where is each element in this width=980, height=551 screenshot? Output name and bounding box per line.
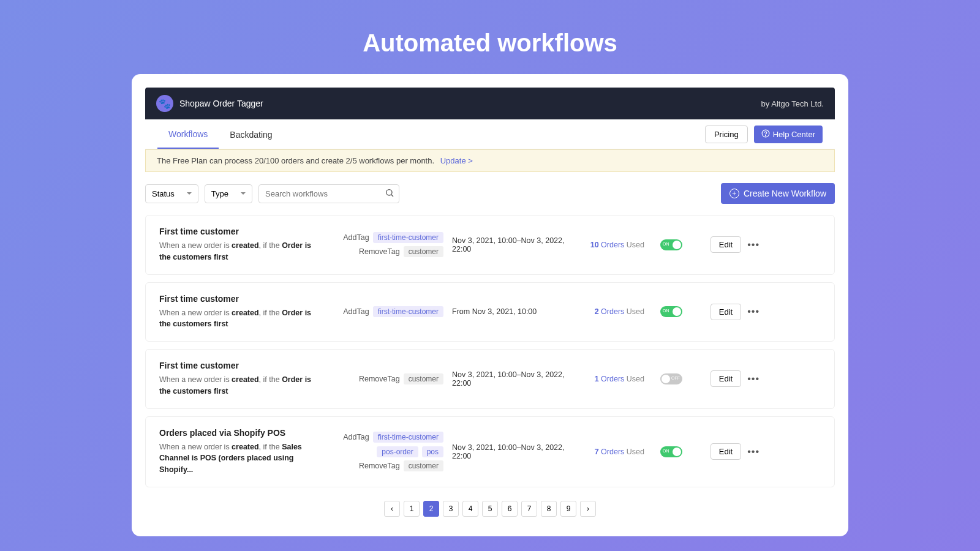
edit-button[interactable]: Edit: [710, 443, 741, 460]
workflow-title: Orders placed via Shopify POS: [159, 428, 318, 438]
svg-point-2: [386, 189, 392, 195]
workflow-date: Nov 3, 2021, 10:00–Nov 3, 2022, 22:00: [452, 443, 575, 460]
workflow-row: First time customerWhen a new order is c…: [145, 282, 835, 342]
tag-chip: customer: [404, 460, 443, 471]
usage-stat: 2 Orders Used: [583, 307, 644, 316]
search-input[interactable]: [258, 184, 399, 203]
tags-column: AddTagfirst-time-customerpos-orderposRem…: [327, 432, 443, 471]
help-icon: [761, 129, 770, 140]
removetag-label: RemoveTag: [359, 247, 400, 256]
usage-stat: 7 Orders Used: [583, 448, 644, 456]
page-button[interactable]: 2: [423, 501, 439, 517]
chevron-down-icon: [187, 192, 192, 195]
edit-button[interactable]: Edit: [710, 304, 741, 320]
more-icon[interactable]: •••: [747, 239, 760, 250]
usage-stat: 1 Orders Used: [583, 375, 644, 383]
type-select[interactable]: Type: [205, 184, 252, 203]
status-select[interactable]: Status: [145, 184, 198, 203]
workflow-description: When a new order is created, if the Sale…: [159, 441, 318, 476]
update-link[interactable]: Update >: [440, 156, 473, 165]
create-workflow-label: Create New Workflow: [744, 189, 826, 198]
tab-workflows[interactable]: Workflows: [157, 119, 219, 149]
tags-column: AddTagfirst-time-customer: [327, 306, 443, 317]
chevron-down-icon: [241, 192, 246, 195]
workflow-row: Orders placed via Shopify POSWhen a new …: [145, 416, 835, 487]
app-logo-icon: 🐾: [156, 95, 173, 112]
workflow-title: First time customer: [159, 227, 318, 236]
workflow-toggle[interactable]: ON: [660, 306, 682, 317]
search-wrap: [258, 184, 399, 203]
edit-button[interactable]: Edit: [710, 236, 741, 253]
page-button[interactable]: 5: [482, 501, 498, 517]
more-icon[interactable]: •••: [747, 306, 760, 317]
plan-notice-text: The Free Plan can process 20/100 orders …: [157, 156, 434, 165]
workflow-date: Nov 3, 2021, 10:00–Nov 3, 2022, 22:00: [452, 236, 575, 253]
page-button[interactable]: 1: [404, 501, 420, 517]
workflow-toggle[interactable]: ON: [660, 239, 682, 250]
page-button[interactable]: 4: [462, 501, 478, 517]
workflow-title: First time customer: [159, 294, 318, 304]
addtag-label: AddTag: [343, 433, 369, 441]
help-center-label: Help Center: [773, 130, 815, 139]
tag-chip: first-time-customer: [373, 432, 443, 443]
page-button[interactable]: 7: [521, 501, 537, 517]
app-card: 🐾 Shopaw Order Tagger by Altgo Tech Ltd.…: [132, 74, 848, 536]
workflow-description: When a new order is created, if the Orde…: [159, 307, 318, 331]
app-byline: by Altgo Tech Ltd.: [761, 99, 824, 108]
more-icon[interactable]: •••: [747, 446, 760, 457]
page-button[interactable]: 3: [443, 501, 459, 517]
pricing-button[interactable]: Pricing: [705, 126, 748, 143]
app-header: 🐾 Shopaw Order Tagger by Altgo Tech Ltd.: [145, 88, 835, 119]
tag-chip: first-time-customer: [373, 306, 443, 317]
tag-chip: pos-order: [377, 446, 418, 457]
tag-chip: customer: [404, 246, 443, 257]
topbar: Workflows Backdating Pricing Help Center: [145, 119, 835, 149]
removetag-label: RemoveTag: [359, 375, 400, 383]
status-select-label: Status: [152, 189, 175, 198]
workflow-date: From Nov 3, 2021, 10:00: [452, 307, 575, 316]
tab-backdating[interactable]: Backdating: [219, 120, 283, 148]
app-name: Shopaw Order Tagger: [179, 99, 263, 108]
workflow-description: When a new order is created, if the Orde…: [159, 374, 318, 397]
workflow-row: First time customerWhen a new order is c…: [145, 215, 835, 275]
workflow-date: Nov 3, 2021, 10:00–Nov 3, 2022, 22:00: [452, 370, 575, 388]
workflow-description: When a new order is created, if the Orde…: [159, 240, 318, 263]
workflow-row: First time customerWhen a new order is c…: [145, 349, 835, 409]
addtag-label: AddTag: [343, 307, 369, 316]
tags-column: AddTagfirst-time-customerRemoveTagcustom…: [327, 232, 443, 257]
plus-icon: +: [729, 189, 739, 198]
workflow-toggle[interactable]: ON: [660, 446, 682, 457]
workflow-list: First time customerWhen a new order is c…: [145, 215, 835, 487]
svg-point-1: [765, 135, 766, 136]
tag-chip: pos: [422, 446, 443, 457]
tags-column: RemoveTagcustomer: [327, 373, 443, 384]
page-button[interactable]: 9: [560, 501, 576, 517]
workflow-title: First time customer: [159, 361, 318, 370]
tag-chip: customer: [404, 373, 443, 384]
page-button[interactable]: 6: [502, 501, 518, 517]
removetag-label: RemoveTag: [359, 462, 400, 470]
prev-page-button[interactable]: ‹: [384, 501, 400, 517]
addtag-label: AddTag: [343, 233, 369, 242]
page-title: Automated workflows: [0, 0, 980, 74]
usage-stat: 10 Orders Used: [583, 241, 644, 249]
tag-chip: first-time-customer: [373, 232, 443, 243]
pagination: ‹123456789›: [145, 487, 835, 523]
workflow-toggle[interactable]: OFF: [660, 373, 682, 384]
search-icon: [385, 188, 394, 198]
page-button[interactable]: 8: [541, 501, 557, 517]
more-icon[interactable]: •••: [747, 373, 760, 384]
next-page-button[interactable]: ›: [580, 501, 596, 517]
help-center-button[interactable]: Help Center: [754, 126, 823, 143]
create-workflow-button[interactable]: + Create New Workflow: [721, 183, 835, 204]
svg-line-3: [391, 194, 393, 196]
plan-notice: The Free Plan can process 20/100 orders …: [145, 149, 835, 172]
controls-bar: Status Type + Create New Workflow: [145, 172, 835, 215]
type-select-label: Type: [211, 189, 228, 198]
edit-button[interactable]: Edit: [710, 370, 741, 387]
